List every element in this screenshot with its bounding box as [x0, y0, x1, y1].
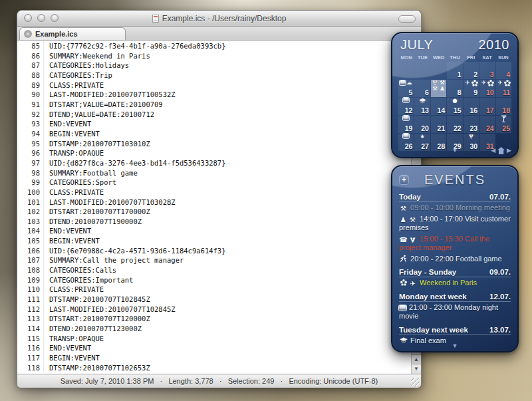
code-text: LAST-MODIFIED:20100707T102845Z	[44, 305, 176, 315]
next-month-button[interactable]: ▶	[507, 146, 511, 155]
calendar-day-10[interactable]: ✈10	[479, 80, 495, 97]
calendar-day-3[interactable]: 3	[479, 62, 495, 79]
code-line: 115TRANSP:OPAQUE	[17, 334, 411, 344]
tab-close-icon[interactable]: ×	[24, 30, 32, 38]
event-section: Friday - Sunday09.07.✈ Weekend in Paris	[399, 268, 511, 289]
day-icons: ✈	[496, 80, 511, 86]
line-number: 92	[17, 110, 44, 120]
event-text: 21:00 - 23:00 Monday night movie	[399, 303, 498, 321]
gradcap-icon	[419, 98, 426, 104]
text-editor-window: Example.ics - /Users/rainy/Desktop × Exa…	[17, 10, 422, 387]
section-date: 09.07.	[489, 268, 511, 276]
code-text: CLASS:PRIVATE	[44, 80, 104, 90]
calendar-day-20[interactable]: 20	[414, 116, 430, 133]
calendar-day-1[interactable]: 1	[447, 62, 462, 79]
calendar-day-9[interactable]: ✈9	[464, 80, 479, 97]
calendar-day-12[interactable]: 12	[398, 98, 414, 115]
event-item[interactable]: ⚒ 09:00 - 10:00 Morning meeting	[399, 202, 511, 213]
calendar-day-18[interactable]: 18	[496, 98, 511, 115]
events-collapse-button[interactable]: ▼	[452, 342, 458, 349]
calendar-day-23[interactable]: 23	[464, 116, 479, 133]
events-header: + EVENTS	[392, 166, 517, 188]
code-text: SUMMARY:Weekend in Paris	[44, 51, 150, 61]
calendar-day-5[interactable]: ☁5	[398, 80, 414, 97]
calendar-day-21[interactable]: 21	[431, 116, 446, 133]
calendar-day-6[interactable]: 6	[414, 80, 430, 97]
calendar-day-8[interactable]: 8	[447, 80, 462, 97]
home-icon[interactable]	[497, 147, 505, 154]
line-number: 111	[17, 295, 44, 305]
calendar-day-25[interactable]: 25	[496, 116, 511, 133]
code-line: 106UID:{6e70988c-4c2a-4571-93d6-1184c9a6…	[17, 246, 411, 256]
tools-icon: ⚒	[432, 86, 439, 92]
event-text: 09:00 - 10:00 Morning meeting	[408, 203, 510, 211]
line-number: 100	[17, 188, 44, 198]
section-label: Tuesday next week	[399, 326, 468, 334]
calendar-day-24[interactable]: 24	[479, 116, 495, 133]
tab-bar: × Example.ics	[17, 27, 421, 41]
add-event-button[interactable]: +	[399, 175, 409, 185]
code-text: END:VEVENT	[44, 119, 91, 129]
event-item[interactable]: 21:00 - 23:00 Monday night movie	[399, 302, 511, 322]
code-line: 112LAST-MODIFIED:20100707T102845Z	[17, 305, 411, 315]
code-text: UID:{6e70988c-4c2a-4571-93d6-1184c9a614f…	[44, 246, 226, 256]
code-line: 113DTSTART:20100707T120000Z	[17, 314, 411, 324]
line-number: 86	[17, 51, 44, 61]
line-number: 108	[17, 265, 44, 275]
calendar-day-19[interactable]: 19	[398, 116, 414, 133]
calendar-nav: ▼ ◀ ▶	[392, 146, 517, 155]
calendar-day-17[interactable]: 17	[479, 98, 495, 115]
line-number: 116	[17, 343, 44, 353]
line-number: 109	[17, 275, 44, 285]
calendar-grid: 1234☁56▼!⚒⚒♟78✈9✈10✈11121314●15161718192…	[392, 61, 517, 151]
event-item[interactable]: 20:00 - 22:00 Football game	[399, 253, 511, 265]
section-header: Tuesday next week13.07.	[399, 326, 511, 335]
day-icons: ●	[447, 98, 462, 104]
calendar-day-16[interactable]: 16	[464, 98, 479, 115]
section-date: 07.07.	[489, 193, 511, 201]
day-number: 25	[502, 124, 510, 132]
code-line: 110CLASS:PRIVATE	[17, 285, 411, 295]
calendar-day-13[interactable]: 13	[414, 98, 430, 115]
line-number: 103	[17, 217, 44, 227]
event-item[interactable]: ♟⚒ 14:00 - 17:00 Visit customer premises	[399, 213, 511, 233]
title-wrap: Example.ics - /Users/rainy/Desktop	[152, 14, 287, 23]
minimize-button[interactable]	[37, 14, 45, 22]
scroll-up-button[interactable]: ▲	[412, 354, 421, 364]
calendar-collapse-button[interactable]: ▼	[452, 146, 458, 155]
line-number: 90	[17, 90, 44, 100]
day-icons	[398, 98, 414, 102]
scroll-down-button[interactable]: ▼	[412, 364, 421, 374]
calendar-day-11[interactable]: ✈11	[496, 80, 511, 97]
code-line: 118DTSTAMP:20100707T102653Z	[17, 363, 411, 373]
close-button[interactable]	[24, 14, 32, 22]
code-text: DTSTAMP:20100707T103010Z	[44, 139, 150, 149]
zoom-button[interactable]	[51, 14, 59, 22]
editor-content[interactable]: 85UID:{77762c92-f3e4-4b1f-a90a-276eda039…	[17, 41, 411, 374]
calendar-day-7[interactable]: ▼!⚒⚒♟7	[431, 80, 446, 97]
code-line: 117BEGIN:VEVENT	[17, 353, 411, 363]
code-text: DTSTAMP:20100707T102845Z	[44, 295, 150, 305]
events-sections: Today07.07.⚒ 09:00 - 10:00 Morning meeti…	[392, 188, 517, 346]
weekday-tue: TUE	[414, 55, 430, 61]
events-widget: + EVENTS Today07.07.⚒ 09:00 - 10:00 Morn…	[391, 165, 519, 352]
code-line: 88CATEGORIES:Trip	[17, 70, 411, 80]
calendar-day-14[interactable]: 14	[431, 98, 446, 115]
event-item[interactable]: ☎▼! 15:00 - 15:30 Call the project manag…	[399, 233, 511, 253]
section-label: Today	[399, 193, 421, 201]
important-icon: ▼!	[432, 80, 439, 86]
calendar-day-4[interactable]: 4	[496, 62, 511, 79]
flower-icon	[503, 80, 511, 86]
calendar-day-22[interactable]: 22	[447, 116, 462, 133]
flower-icon	[471, 80, 478, 86]
code-line: 108CATEGORIES:Calls	[17, 265, 411, 275]
calendar-day-2[interactable]: 2	[464, 62, 479, 79]
tab-example-ics[interactable]: × Example.ics	[19, 27, 126, 40]
resize-grip[interactable]	[411, 378, 420, 386]
calendar-day-15[interactable]: ●15	[447, 98, 462, 115]
day-icons: ▼!	[464, 134, 479, 140]
flower-icon	[487, 80, 495, 86]
toolbar-toggle-button[interactable]	[398, 15, 416, 23]
event-item[interactable]: ✈ Weekend in Paris	[399, 277, 511, 289]
prev-month-button[interactable]: ◀	[491, 146, 495, 155]
